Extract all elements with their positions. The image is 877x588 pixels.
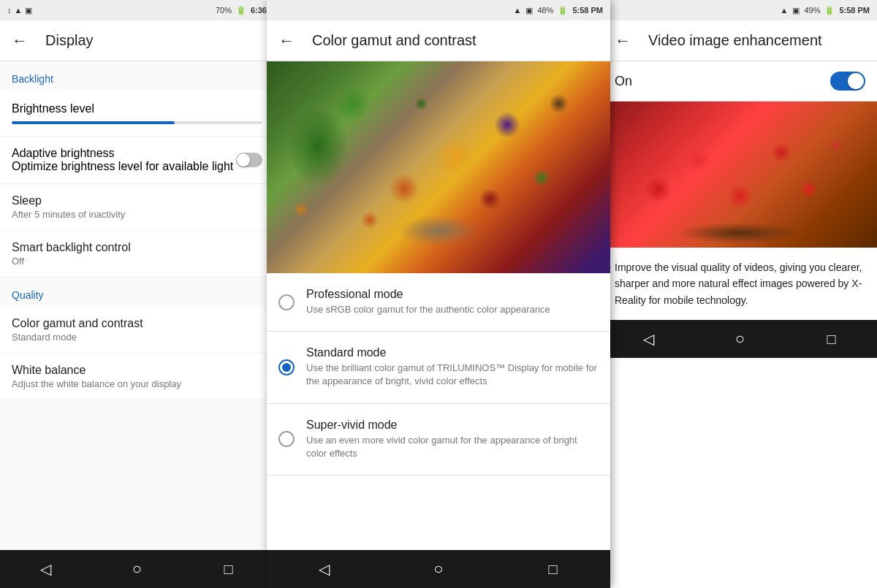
on-label: On: [615, 74, 632, 89]
back-button-color[interactable]: ←: [278, 31, 295, 50]
app-bar-video: ← Video image enhancement: [603, 20, 877, 61]
nav-recent-color[interactable]: [539, 554, 568, 584]
nav-recent-video[interactable]: [817, 324, 846, 354]
standard-desc: Use the brilliant color gamut of TRILUMI…: [306, 362, 599, 388]
sleep-title: Sleep: [12, 194, 262, 207]
professional-desc: Use sRGB color gamut for the authentic c…: [306, 303, 550, 316]
back-button-video[interactable]: ←: [615, 31, 631, 50]
bottom-nav-color: [267, 550, 610, 588]
battery-pct-right: 49%: [804, 6, 820, 15]
white-balance-subtitle: Adjust the white balance on your display: [12, 378, 262, 389]
super-vivid-desc: Use an even more vivid color gamut for t…: [306, 434, 599, 460]
app-bar-color: ← Color gamut and contrast: [267, 20, 610, 61]
status-bar-center: ▲ ▣ 48% 🔋 5:58 PM: [267, 0, 610, 20]
app-bar-display: ← Display: [0, 20, 274, 61]
color-gamut-title: Color gamut and contrast: [12, 317, 262, 330]
battery-pct-left: 70%: [216, 6, 232, 15]
list-item-smart-backlight[interactable]: Smart backlight control Off: [0, 231, 274, 278]
display-content: Backlight Brightness level Adaptive brig…: [0, 61, 274, 550]
status-bar-right: ▲ ▣ 49% 🔋 5:58 PM: [603, 0, 877, 20]
brightness-slider[interactable]: [12, 121, 262, 124]
battery-icon-right: 🔋: [824, 6, 835, 15]
status-icons-left: ↕ ▲ ▣: [7, 6, 32, 15]
smart-backlight-title: Smart backlight control: [12, 241, 262, 254]
battery-icon-left: 🔋: [236, 6, 246, 15]
adaptive-subtitle: Optimize brightness level for available …: [12, 160, 236, 173]
brightness-title: Brightness level: [12, 102, 262, 115]
hero-image-vegetables: [267, 61, 610, 273]
time-right: 5:58 PM: [839, 6, 870, 15]
list-item-brightness[interactable]: Brightness level: [0, 91, 274, 137]
time-left: 6:36: [251, 6, 267, 15]
on-toggle-row: On: [603, 61, 877, 102]
time-center: 5:58 PM: [572, 6, 603, 15]
nav-home-video[interactable]: [726, 324, 755, 354]
status-right-left: 70% 🔋 6:36: [216, 6, 267, 15]
wifi-icon-right: ▲: [781, 6, 789, 15]
wifi-icon-center: ▲: [514, 6, 522, 15]
radio-standard-inner: [282, 363, 291, 372]
standard-title: Standard mode: [306, 346, 599, 359]
section-header-quality: Quality: [0, 278, 274, 307]
video-toggle[interactable]: [830, 72, 865, 91]
adaptive-toggle[interactable]: [236, 153, 262, 167]
status-bar-left: ↕ ▲ ▣ 70% 🔋 6:36: [0, 0, 274, 20]
super-vivid-title: Super-vivid mode: [306, 419, 599, 432]
radio-super-vivid[interactable]: [278, 431, 295, 447]
battery-pct-center: 48%: [537, 6, 553, 15]
adaptive-title: Adaptive brightness: [12, 147, 236, 160]
list-item-color-gamut[interactable]: Color gamut and contrast Standard mode: [0, 307, 274, 354]
wifi-icon-left: ▲: [15, 6, 23, 15]
page-title-color: Color gamut and contrast: [312, 32, 477, 49]
signal-icon: ↕: [7, 6, 12, 15]
color-gamut-subtitle: Standard mode: [12, 332, 262, 343]
option-super-vivid[interactable]: Super-vivid mode Use an even more vivid …: [267, 404, 610, 476]
nav-back-video[interactable]: [634, 324, 664, 354]
smart-backlight-subtitle: Off: [12, 256, 262, 267]
professional-title: Professional mode: [306, 288, 550, 301]
nav-home-display[interactable]: [123, 554, 152, 584]
nav-recent-display[interactable]: [214, 554, 243, 584]
adaptive-text: Adaptive brightness Optimize brightness …: [12, 147, 236, 173]
color-gamut-panel: ▲ ▣ 48% 🔋 5:58 PM ← Color gamut and cont…: [267, 0, 610, 588]
display-panel: ↕ ▲ ▣ 70% 🔋 6:36 ← Display Backlight Bri…: [0, 0, 274, 588]
option-professional[interactable]: Professional mode Use sRGB color gamut f…: [267, 273, 610, 332]
radio-standard[interactable]: [278, 359, 295, 375]
sim-icon-center: ▣: [525, 6, 533, 15]
simcard-icon: ▣: [25, 6, 32, 15]
sleep-subtitle: After 5 minutes of inactivity: [12, 209, 262, 220]
professional-text: Professional mode Use sRGB color gamut f…: [306, 288, 550, 316]
market-image-tomatoes: [603, 102, 877, 248]
list-item-sleep[interactable]: Sleep After 5 minutes of inactivity: [0, 184, 274, 231]
list-item-adaptive[interactable]: Adaptive brightness Optimize brightness …: [0, 137, 274, 184]
page-title-display: Display: [45, 32, 94, 49]
section-header-backlight: Backlight: [0, 61, 274, 91]
option-standard[interactable]: Standard mode Use the brilliant color ga…: [267, 332, 610, 403]
nav-home-color[interactable]: [424, 554, 453, 584]
sim-icon-right: ▣: [792, 6, 800, 15]
list-item-white-balance[interactable]: White balance Adjust the white balance o…: [0, 354, 274, 400]
bottom-nav-display: [0, 550, 274, 588]
back-button-display[interactable]: ←: [12, 31, 28, 50]
nav-back-display[interactable]: [31, 554, 61, 584]
video-description: Improve the visual quality of videos, gi…: [603, 248, 877, 320]
standard-text: Standard mode Use the brilliant color ga…: [306, 346, 599, 388]
video-enhancement-panel: ▲ ▣ 49% 🔋 5:58 PM ← Video image enhancem…: [603, 0, 877, 588]
super-vivid-text: Super-vivid mode Use an even more vivid …: [306, 419, 599, 460]
radio-professional[interactable]: [278, 294, 295, 310]
page-title-video: Video image enhancement: [648, 32, 822, 49]
nav-back-color[interactable]: [309, 554, 338, 584]
white-balance-title: White balance: [12, 364, 262, 377]
battery-icon-center: 🔋: [558, 6, 568, 15]
bottom-nav-video: [603, 320, 877, 358]
color-options-list: Professional mode Use sRGB color gamut f…: [267, 273, 610, 550]
